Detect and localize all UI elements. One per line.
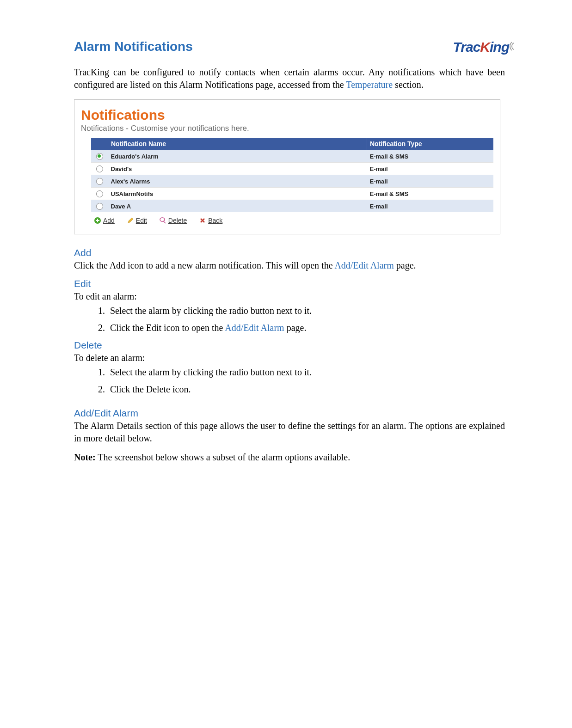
step-text-before: Click the Edit icon to open the	[110, 323, 225, 333]
intro-paragraph: TracKing can be configured to notify con…	[74, 66, 505, 91]
list-item: Select the alarm by clicking the radio b…	[107, 367, 505, 378]
col-notification-type: Notification Type	[367, 138, 493, 150]
row-radio[interactable]	[96, 153, 103, 160]
table-row: Eduardo's Alarm E-mail & SMS	[91, 150, 493, 163]
addedit-note: Note: The screenshot below shows a subse…	[74, 451, 505, 464]
logo-part3: ing	[490, 39, 509, 55]
back-label: Back	[208, 217, 222, 224]
add-label: Add	[103, 217, 115, 224]
row-type: E-mail	[367, 163, 493, 175]
list-item: Select the alarm by clicking the radio b…	[107, 306, 505, 316]
row-radio[interactable]	[96, 190, 103, 197]
table-row: Dave A E-mail	[91, 200, 493, 213]
add-edit-alarm-link[interactable]: Add/Edit Alarm	[225, 323, 284, 333]
list-item: Click the Edit icon to open the Add/Edit…	[107, 323, 505, 333]
row-name: USAlarmNotifs	[108, 188, 367, 200]
add-paragraph: Click the Add icon to add a new alarm no…	[74, 259, 505, 272]
intro-text-after: section.	[393, 80, 424, 90]
notifications-table: Notification Name Notification Type Edua…	[91, 138, 493, 212]
signal-icon	[509, 39, 521, 56]
svg-point-1	[160, 218, 165, 221]
table-row: David's E-mail	[91, 163, 493, 175]
col-notification-name: Notification Name	[108, 138, 367, 150]
add-text-after: page.	[394, 260, 416, 270]
add-icon	[94, 217, 101, 224]
edit-button[interactable]: Edit	[127, 217, 147, 224]
edit-label: Edit	[136, 217, 147, 224]
row-radio[interactable]	[96, 203, 103, 210]
tracking-logo: TracKing	[453, 39, 522, 56]
notifications-screenshot: Notifications Notifications - Customise …	[74, 99, 500, 234]
row-type: E-mail & SMS	[367, 150, 493, 163]
list-item: Click the Delete icon.	[107, 384, 505, 395]
delete-label: Delete	[168, 217, 187, 224]
add-button[interactable]: Add	[94, 217, 115, 224]
back-icon	[199, 217, 206, 224]
radio-header	[91, 138, 108, 150]
step-text-after: page.	[284, 323, 307, 333]
row-radio[interactable]	[96, 165, 103, 172]
logo-part1: Trac	[453, 39, 480, 55]
delete-heading: Delete	[74, 340, 505, 351]
row-type: E-mail	[367, 200, 493, 213]
edit-steps: Select the alarm by clicking the radio b…	[74, 306, 505, 333]
row-name: Dave A	[108, 200, 367, 213]
row-type: E-mail	[367, 175, 493, 188]
logo-part2: K	[480, 39, 490, 55]
add-heading: Add	[74, 247, 505, 258]
notifications-heading: Notifications	[81, 107, 493, 123]
addedit-paragraph: The Alarm Details section of this page a…	[74, 420, 505, 445]
table-row: USAlarmNotifs E-mail & SMS	[91, 188, 493, 200]
row-name: Eduardo's Alarm	[108, 150, 367, 163]
row-radio[interactable]	[96, 178, 103, 185]
add-edit-alarm-link[interactable]: Add/Edit Alarm	[334, 260, 394, 270]
note-text: The screenshot below shows a subset of t…	[96, 452, 351, 462]
notifications-subheading: Notifications - Customise your notificat…	[81, 124, 493, 133]
page-title: Alarm Notifications	[74, 39, 505, 54]
note-label: Note:	[74, 452, 96, 462]
edit-icon	[127, 217, 134, 224]
table-row: Alex's Alarms E-mail	[91, 175, 493, 188]
row-name: David's	[108, 163, 367, 175]
back-button[interactable]: Back	[199, 217, 222, 224]
addedit-heading: Add/Edit Alarm	[74, 408, 505, 419]
temperature-link[interactable]: Temperature	[346, 80, 393, 90]
delete-icon	[159, 217, 166, 224]
delete-steps: Select the alarm by clicking the radio b…	[74, 367, 505, 395]
add-text-before: Click the Add icon to add a new alarm no…	[74, 260, 334, 270]
intro-text-before: TracKing can be configured to notify con…	[74, 67, 505, 90]
row-name: Alex's Alarms	[108, 175, 367, 188]
edit-heading: Edit	[74, 278, 505, 289]
delete-intro: To delete an alarm:	[74, 352, 505, 364]
delete-button[interactable]: Delete	[159, 217, 187, 224]
row-type: E-mail & SMS	[367, 188, 493, 200]
toolbar: Add Edit Delete Back	[81, 212, 493, 230]
edit-intro: To edit an alarm:	[74, 290, 505, 303]
